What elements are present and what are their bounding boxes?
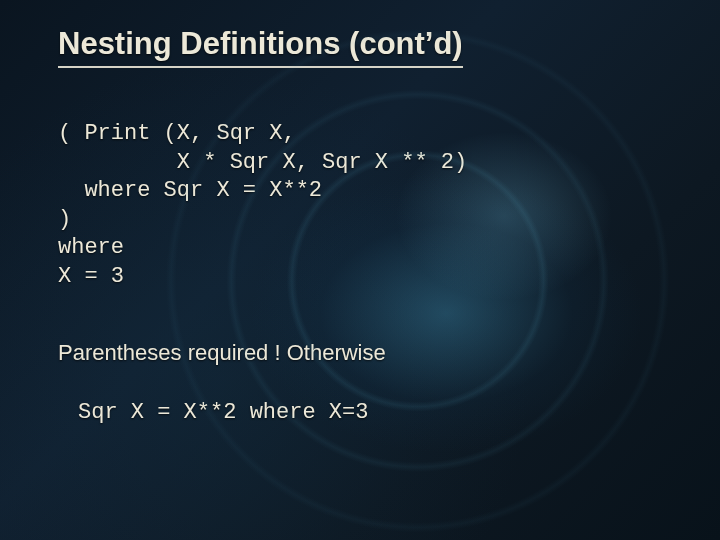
slide-title: Nesting Definitions (cont’d) xyxy=(58,26,463,68)
code-line-6: X = 3 xyxy=(58,264,124,289)
note-text: Parentheses required ! Otherwise xyxy=(58,340,386,366)
code-block: ( Print (X, Sqr X, X * Sqr X, Sqr X ** 2… xyxy=(58,120,467,292)
code-line-2: X * Sqr X, Sqr X ** 2) xyxy=(58,150,467,175)
code-line-1: ( Print (X, Sqr X, xyxy=(58,121,296,146)
inline-code: Sqr X = X**2 where X=3 xyxy=(78,400,368,425)
code-line-4: ) xyxy=(58,207,71,232)
code-line-5: where xyxy=(58,235,124,260)
code-line-3: where Sqr X = X**2 xyxy=(58,178,322,203)
